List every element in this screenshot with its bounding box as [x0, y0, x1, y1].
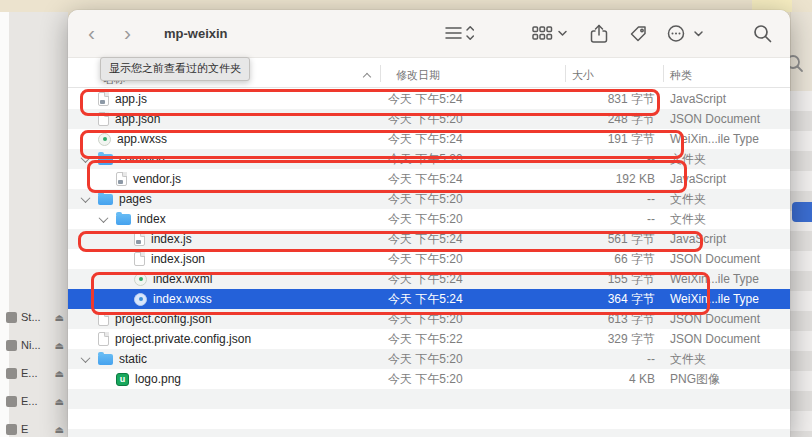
volume-icon: [6, 424, 17, 435]
file-size: --: [536, 349, 655, 369]
file-kind: 文件夹: [670, 349, 706, 369]
eject-icon[interactable]: ⏏: [55, 368, 64, 379]
eject-icon[interactable]: ⏏: [55, 396, 64, 407]
folder-icon: [116, 214, 131, 225]
eject-icon[interactable]: ⏏: [55, 340, 64, 351]
file-name: app.js: [115, 92, 147, 106]
png-image-icon: u: [116, 373, 129, 386]
file-kind: WeiXin...ile Type: [670, 289, 759, 309]
window-title: mp-weixin: [164, 26, 228, 41]
folder-icon: [98, 194, 113, 205]
file-size: --: [536, 149, 655, 169]
modified-date: 今天 下午5:20: [388, 249, 463, 269]
background-sidebar-item[interactable]: E...⏏: [9, 391, 68, 411]
column-separator[interactable]: [380, 65, 381, 82]
file-name: vendor.js: [133, 172, 181, 186]
modified-date: 今天 下午5:24: [388, 169, 463, 189]
table-row[interactable]: project.private.config.json今天 下午5:22329 …: [68, 329, 790, 349]
chevron-down-icon[interactable]: [81, 153, 91, 163]
file-kind: WeiXin...ile Type: [670, 129, 759, 149]
modified-date: 今天 下午5:24: [388, 89, 463, 109]
file-kind: JSON Document: [670, 249, 760, 269]
file-size: 831 字节: [536, 89, 655, 109]
column-separator[interactable]: [565, 65, 566, 82]
table-row[interactable]: app.js今天 下午5:24831 字节JavaScript: [68, 89, 790, 109]
file-name: index.wxml: [153, 272, 212, 286]
column-header-modified[interactable]: 修改日期: [396, 68, 440, 83]
weixin-file-icon: [134, 293, 147, 306]
toolbar: ‹ › mp-weixin: [68, 10, 790, 58]
column-header-size[interactable]: 大小: [572, 68, 594, 83]
file-size: 155 字节: [536, 269, 655, 289]
table-row[interactable]: index.json今天 下午5:2066 字节JSON Document: [68, 249, 790, 269]
table-row[interactable]: app.wxss今天 下午5:24191 字节WeiXin...ile Type: [68, 129, 790, 149]
modified-date: 今天 下午5:20: [388, 209, 463, 229]
eject-icon[interactable]: ⏏: [55, 312, 64, 323]
file-size: --: [536, 209, 655, 229]
file-name: app.wxss: [117, 132, 167, 146]
file-size: 613 字节: [536, 309, 655, 329]
background-sidebar-item[interactable]: E...⏏: [9, 363, 68, 383]
table-row[interactable]: index.wxss今天 下午5:24364 字节WeiXin...ile Ty…: [68, 289, 790, 309]
forward-button[interactable]: ›: [124, 20, 131, 46]
background-window-right-list: [790, 91, 812, 437]
table-row[interactable]: ulogo.png今天 下午5:204 KBPNG图像: [68, 369, 790, 389]
background-sidebar-item[interactable]: E⏏: [9, 419, 68, 437]
volume-label: E...: [21, 367, 38, 379]
file-name: index.wxss: [153, 292, 212, 306]
table-row[interactable]: project.config.json今天 下午5:20613 字节JSON D…: [68, 309, 790, 329]
modified-date: 今天 下午5:20: [388, 349, 463, 369]
modified-date: 今天 下午5:22: [388, 329, 463, 349]
table-row[interactable]: index.js今天 下午5:24561 字节JavaScript: [68, 229, 790, 249]
background-window-sidebar: St...⏏Ni...⏏E...⏏E...⏏E⏏: [9, 12, 68, 437]
modified-date: 今天 下午5:24: [388, 289, 463, 309]
table-row[interactable]: common今天 下午5:20--文件夹: [68, 149, 790, 169]
chevron-down-icon[interactable]: [81, 193, 91, 203]
table-row[interactable]: app.json今天 下午5:20248 字节JSON Document: [68, 109, 790, 129]
file-kind: JavaScript: [670, 229, 726, 249]
file-size: --: [536, 189, 655, 209]
file-name: index.js: [151, 232, 192, 246]
modified-date: 今天 下午5:20: [388, 309, 463, 329]
folder-icon: [98, 354, 113, 365]
table-row[interactable]: static今天 下午5:20--文件夹: [68, 349, 790, 369]
table-row[interactable]: vendor.js今天 下午5:24192 KBJavaScript: [68, 169, 790, 189]
javascript-file-icon: [134, 232, 145, 246]
table-row[interactable]: index.wxml今天 下午5:24155 字节WeiXin...ile Ty…: [68, 269, 790, 289]
chevron-down-icon[interactable]: [81, 353, 91, 363]
volume-icon: [6, 368, 17, 379]
file-name: common: [119, 152, 165, 166]
file-size: 329 字节: [536, 329, 655, 349]
json-file-icon: [98, 312, 109, 326]
group-by-icon[interactable]: [530, 23, 570, 43]
column-header-kind[interactable]: 种类: [670, 68, 692, 83]
view-options-icon[interactable]: [443, 23, 477, 43]
background-sidebar-item[interactable]: St...⏏: [9, 307, 68, 327]
share-icon[interactable]: [588, 23, 610, 45]
back-button[interactable]: ‹: [88, 20, 95, 46]
file-size: 192 KB: [536, 169, 655, 189]
file-name: project.config.json: [115, 312, 212, 326]
javascript-file-icon: [98, 92, 109, 106]
column-separator[interactable]: [663, 65, 664, 82]
more-actions-icon[interactable]: [666, 23, 706, 45]
file-size: 191 字节: [536, 129, 655, 149]
chevron-down-icon[interactable]: [99, 213, 109, 223]
volume-label: Ni...: [21, 339, 41, 351]
file-kind: 文件夹: [670, 209, 706, 229]
file-kind: JSON Document: [670, 329, 760, 349]
tag-icon[interactable]: [628, 23, 650, 45]
eject-icon[interactable]: ⏏: [55, 424, 64, 435]
file-size: 4 KB: [536, 369, 655, 389]
file-name: pages: [119, 192, 152, 206]
search-icon[interactable]: [752, 23, 774, 45]
table-row[interactable]: index今天 下午5:20--文件夹: [68, 209, 790, 229]
background-sidebar-item[interactable]: Ni...⏏: [9, 335, 68, 355]
file-size: 248 字节: [536, 109, 655, 129]
file-kind: 文件夹: [670, 149, 706, 169]
sort-ascending-icon: [363, 73, 371, 81]
table-row[interactable]: pages今天 下午5:20--文件夹: [68, 189, 790, 209]
file-size: 561 字节: [536, 229, 655, 249]
volume-icon: [6, 396, 17, 407]
modified-date: 今天 下午5:24: [388, 229, 463, 249]
